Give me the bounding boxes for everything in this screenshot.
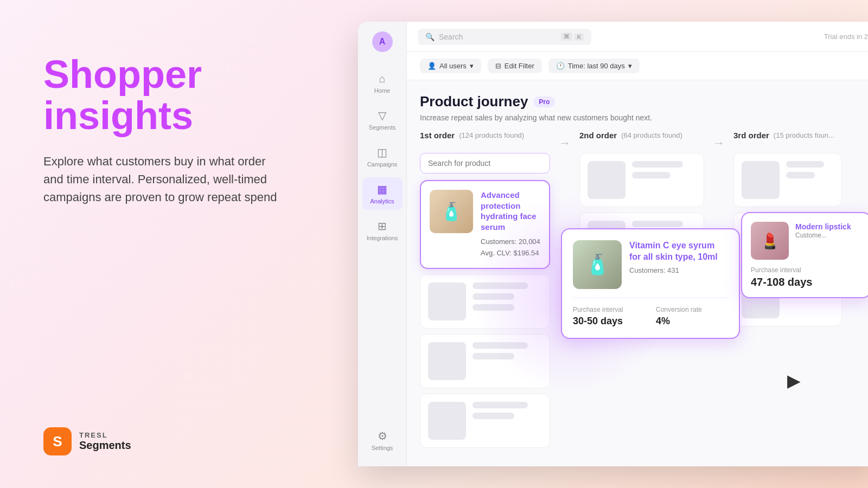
conversion-label: Conversion rate [656,306,728,313]
page-title-row: Product journey Pro [420,93,866,110]
subtext: Explore what customers buy in what order… [43,152,282,206]
search-box[interactable]: 🔍 Search ⌘ K [418,29,591,45]
vitamin-card-top: 🧴 Vitamin C eye syrum for all skin type,… [573,240,728,289]
vitamin-customers: Customers: 431 [629,266,728,274]
search-icon: 🔍 [425,33,435,41]
skeleton-line-2 [473,293,514,300]
logo-text: TRESL Segments [79,431,131,452]
avatar: A [372,31,393,52]
sidebar: A ⌂ Home ▽ Segments ◫ Campaigns ▦ Analyt… [358,22,407,466]
vitamin-info: Vitamin C eye syrum for all skin type, 1… [629,240,728,274]
col2-skel-line-1 [632,161,683,168]
sidebar-item-segments[interactable]: ▽ Segments [362,104,403,136]
search-placeholder: Search [439,33,557,41]
sidebar-label-home: Home [374,87,390,94]
time-filter-label: Time: last 90 days [568,62,625,70]
app-window: A ⌂ Home ▽ Segments ◫ Campaigns ▦ Analyt… [358,22,868,466]
main-content: 🔍 Search ⌘ K Trial ends in 2 👤 All users… [407,22,868,466]
campaigns-icon: ◫ [377,146,387,159]
product-search-input[interactable] [420,153,550,174]
sidebar-item-analytics[interactable]: ▦ Analytics [362,177,403,210]
sidebar-item-home[interactable]: ⌂ Home [362,67,403,99]
col2-header: 2nd order (64 products found) [579,131,704,145]
search-shortcut: ⌘ K [561,33,584,41]
stat-conversion: Conversion rate 4% [656,306,728,327]
time-filter-button[interactable]: 🕐 Time: last 90 days ▾ [548,59,640,73]
lipstick-card-top: 💄 Modern lipstick Custome... [751,222,861,260]
chevron-down-icon: ▾ [470,62,474,70]
all-users-label: All users [439,62,467,70]
integrations-icon: ⊞ [378,220,387,233]
interval-label: Purchase interval [573,306,645,313]
skeleton-img-1 [428,282,466,320]
time-chevron-icon: ▾ [628,62,632,70]
skeleton-line-7 [473,413,514,419]
all-users-filter[interactable]: 👤 All users ▾ [420,59,481,73]
product-card-inner: 🧴 Advanced protection hydrating face ser… [430,190,540,259]
headline-insights: insights [43,94,193,137]
col3-header: 3rd order (15 products foun... [733,131,842,145]
lipstick-card[interactable]: 💄 Modern lipstick Custome... Purchase in… [741,212,868,298]
sidebar-item-campaigns[interactable]: ◫ Campaigns [362,140,403,173]
skeleton-line-3 [473,304,514,311]
journey-columns: 1st order (124 products found) 🧴 Advance… [420,131,866,445]
stat-interval: Purchase interval 30-50 days [573,306,645,327]
logo-sub: Segments [79,439,131,452]
col3-skel-line-2 [786,172,815,178]
edit-filter-button[interactable]: ⊟ Edit Filter [488,59,542,73]
cursor-arrow: ▶ [787,370,801,391]
vitamin-name: Vitamin C eye syrum for all skin type, 1… [629,240,728,263]
sidebar-label-campaigns: Campaigns [367,161,398,168]
home-icon: ⌂ [379,73,385,85]
vitamin-image: 🧴 [573,240,622,289]
left-panel: Shopper insights Explore what customers … [43,54,282,239]
sidebar-label-settings: Settings [372,445,393,451]
logo-area: S TRESL Segments [43,427,131,455]
serum-name: Advanced protection hydrating face serum [481,190,540,232]
settings-icon: ⚙ [378,429,387,442]
col3-title: 3rd order [733,131,769,140]
cmd-kbd: ⌘ [561,33,572,41]
lipstick-interval-value: 47-108 days [751,276,861,288]
col3-count: (15 products foun... [774,131,834,139]
headline-shopper: Shopper [43,53,202,96]
journey-col-1: 1st order (124 products found) 🧴 Advance… [420,131,550,445]
serum-clv: Avg. CLV: $196.54 [481,248,540,259]
col1-header: 1st order (124 products found) [420,131,550,145]
conversion-value: 4% [656,316,728,327]
lipstick-name: Modern lipstick [795,222,851,232]
sidebar-item-integrations[interactable]: ⊞ Integrations [362,214,403,247]
sidebar-label-analytics: Analytics [370,198,394,204]
skeleton-line-5 [473,353,514,359]
logo-icon: S [43,427,72,455]
skeleton-card-2 [420,334,550,388]
vitamin-stats: Purchase interval 30-50 days Conversion … [573,298,728,327]
skeleton-card-1 [420,274,550,329]
vitamin-c-card[interactable]: 🧴 Vitamin C eye syrum for all skin type,… [561,228,740,339]
col2-skel-line-3 [632,221,683,227]
pro-badge: Pro [533,97,555,107]
filters-bar: 👤 All users ▾ ⊟ Edit Filter 🕐 Time: last… [407,52,868,80]
col3-skel-line-1 [786,161,824,168]
clock-icon: 🕐 [556,62,565,70]
edit-filter-label: Edit Filter [505,62,534,70]
col1-title: 1st order [420,131,455,140]
analytics-icon: ▦ [377,183,387,196]
segments-icon: ▽ [378,109,386,122]
skeleton-img-3 [428,402,466,440]
col3-skel-img-1 [742,161,780,199]
lipstick-image: 💄 [751,222,789,260]
serum-image: 🧴 [430,190,473,233]
col2-skel-lines-1 [632,161,696,183]
col3-skeleton-1 [733,153,842,207]
skeleton-lines-1 [473,282,542,315]
sidebar-label-integrations: Integrations [367,235,398,241]
sidebar-label-segments: Segments [369,124,396,131]
skeleton-img-2 [428,342,466,380]
sidebar-item-settings[interactable]: ⚙ Settings [362,424,403,457]
skeleton-line-6 [473,402,528,408]
product-card-serum[interactable]: 🧴 Advanced protection hydrating face ser… [420,180,550,269]
col2-skel-line-2 [632,172,671,178]
interval-value: 30-50 days [573,316,645,327]
col1-count: (124 products found) [459,131,524,139]
